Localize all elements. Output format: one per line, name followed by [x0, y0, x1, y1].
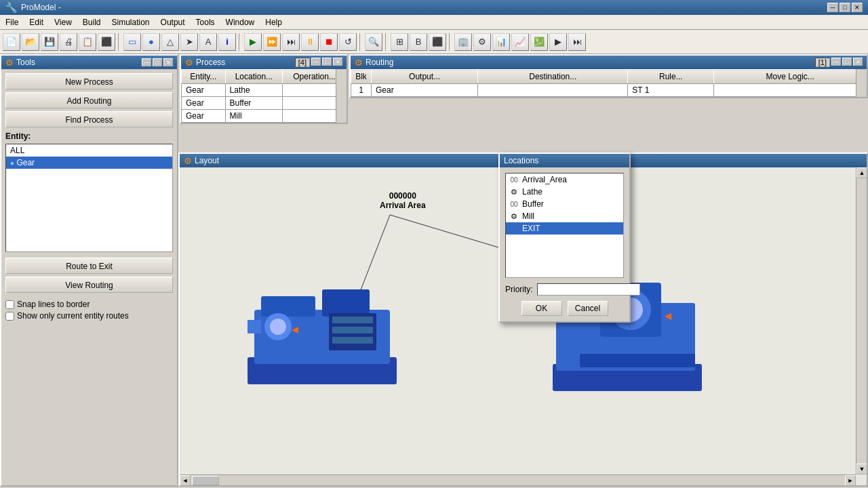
menu-view[interactable]: View [49, 16, 77, 28]
close-button[interactable]: ✕ [852, 3, 863, 12]
save-btn[interactable]: 💾 [41, 33, 58, 51]
toolbar: 📄 📂 💾 🖨 📋 ⬛ ▭ ● △ ➤ A i ▶ ⏩ ⏭ ⏸ ⏹ ↺ 🔍 ⊞ … [0, 30, 868, 54]
menu-window[interactable]: Window [220, 16, 260, 28]
dialog-title-bar: Locations [500, 154, 629, 167]
loc-icon-mill: ⚙ [509, 212, 519, 220]
tb-c2[interactable]: ⚙ [473, 33, 491, 51]
tb-c4[interactable]: 📈 [511, 33, 529, 51]
tb-run2[interactable]: ⏩ [263, 33, 281, 51]
app-icon: 🔧 [5, 2, 17, 13]
tb-c6[interactable]: ▶ [549, 33, 567, 51]
tb-run[interactable]: ▶ [244, 33, 262, 51]
dialog-title: Locations [504, 156, 538, 165]
tb-stop[interactable]: ⏹ [320, 33, 338, 51]
tb-b2[interactable]: ⬛ [429, 33, 446, 51]
loc-label-arrival: Arrival_Area [522, 175, 567, 184]
minimize-button[interactable]: ─ [827, 3, 838, 12]
ok-button[interactable]: OK [521, 301, 562, 316]
tb-text[interactable]: A [199, 33, 217, 51]
main-area: ⚙ Process [4] ─ □ ✕ Entity... Location..… [0, 54, 868, 487]
tb-reset[interactable]: ↺ [339, 33, 357, 51]
dialog-body: 00 Arrival_Area ⚙ Lathe 00 Buffer ⚙ Mill [500, 167, 629, 321]
loc-icon-buffer: 00 [509, 200, 519, 208]
loc-buffer[interactable]: 00 Buffer [506, 198, 623, 210]
locations-dialog: Locations 00 Arrival_Area ⚙ Lathe 00 Buf… [498, 152, 631, 323]
dialog-overlay: Locations 00 Arrival_Area ⚙ Lathe 00 Buf… [0, 54, 868, 487]
priority-label: Priority: [505, 285, 533, 294]
cancel-button[interactable]: Cancel [568, 301, 608, 316]
tb-c5[interactable]: 💹 [530, 33, 548, 51]
app-title: ProModel - [21, 3, 61, 12]
maximize-button[interactable]: □ [840, 3, 850, 12]
tb-b1[interactable]: B [410, 33, 427, 51]
loc-label-buffer: Buffer [522, 199, 544, 209]
priority-input[interactable] [537, 283, 640, 296]
loc-label-mill: Mill [522, 211, 534, 221]
loc-label-lathe: Lathe [522, 187, 542, 197]
menu-build[interactable]: Build [77, 16, 106, 28]
open-btn[interactable]: 📂 [22, 33, 39, 51]
tb-zoom-in[interactable]: 🔍 [365, 33, 382, 51]
menu-simulation[interactable]: Simulation [106, 16, 155, 28]
loc-arrival-area[interactable]: 00 Arrival_Area [506, 174, 623, 186]
loc-exit[interactable]: EXIT [506, 222, 623, 235]
locations-list: 00 Arrival_Area ⚙ Lathe 00 Buffer ⚙ Mill [505, 173, 624, 278]
loc-lathe[interactable]: ⚙ Lathe [506, 186, 623, 198]
title-bar-left: 🔧 ProModel - [5, 2, 61, 13]
tb-info[interactable]: i [218, 33, 236, 51]
tb-grid[interactable]: ⊞ [391, 33, 408, 51]
priority-row: Priority: [505, 283, 624, 296]
tb-sep3 [359, 33, 362, 51]
tb-arrow[interactable]: ➤ [180, 33, 198, 51]
tb-btn6[interactable]: ⬛ [98, 33, 115, 51]
tb-circle[interactable]: ● [142, 33, 160, 51]
tb-btn5[interactable]: 📋 [79, 33, 96, 51]
tb-c1[interactable]: 🏢 [454, 33, 472, 51]
menu-file[interactable]: File [0, 16, 24, 28]
tb-sep1 [118, 33, 121, 51]
loc-icon-lathe: ⚙ [509, 188, 519, 196]
menu-bar: File Edit View Build Simulation Output T… [0, 15, 868, 30]
print-btn[interactable]: 🖨 [60, 33, 77, 51]
loc-icon-arrival: 00 [509, 176, 519, 184]
tb-c3[interactable]: 📊 [492, 33, 510, 51]
tb-rect[interactable]: ▭ [123, 33, 141, 51]
title-bar-controls: ─ □ ✕ [827, 3, 863, 12]
tb-sep4 [385, 33, 388, 51]
loc-mill[interactable]: ⚙ Mill [506, 210, 623, 222]
new-btn[interactable]: 📄 [3, 33, 20, 51]
menu-output[interactable]: Output [155, 16, 191, 28]
menu-help[interactable]: Help [260, 16, 288, 28]
tb-sep5 [449, 33, 452, 51]
dialog-buttons: OK Cancel [505, 301, 624, 316]
loc-label-exit: EXIT [522, 224, 540, 233]
tb-poly[interactable]: △ [161, 33, 179, 51]
menu-tools[interactable]: Tools [191, 16, 220, 28]
loc-icon-exit [509, 224, 519, 232]
menu-edit[interactable]: Edit [24, 16, 49, 28]
tb-c7[interactable]: ⏭ [568, 33, 586, 51]
tb-pause[interactable]: ⏸ [301, 33, 319, 51]
tb-step[interactable]: ⏭ [282, 33, 300, 51]
title-bar: 🔧 ProModel - ─ □ ✕ [0, 0, 868, 15]
tb-sep2 [239, 33, 241, 51]
